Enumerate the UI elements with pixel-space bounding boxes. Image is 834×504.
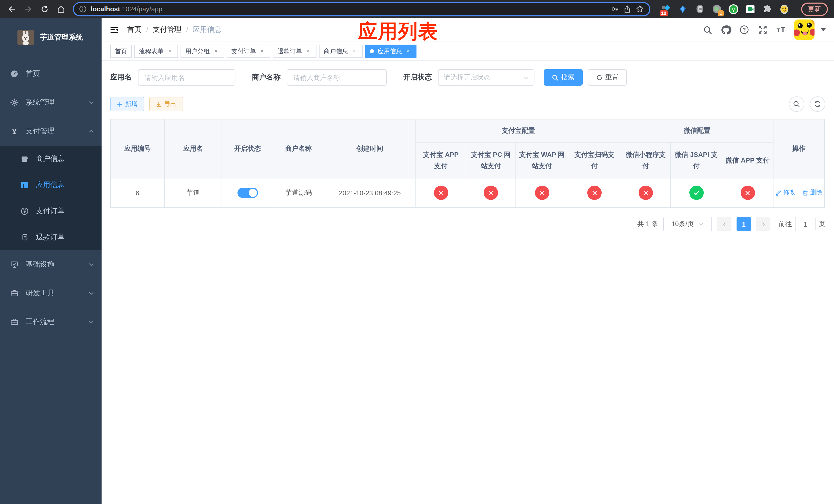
browser-update-button[interactable]: 更新 xyxy=(801,2,828,16)
tab-home[interactable]: 首页 xyxy=(110,45,132,58)
status-toggle[interactable] xyxy=(237,188,258,198)
add-button[interactable]: 新增 xyxy=(110,97,144,111)
breadcrumb: 首页 / 支付管理 / 应用信息 xyxy=(127,25,222,35)
browser-home-icon[interactable] xyxy=(54,2,68,16)
status-badge-alipay-app xyxy=(434,186,448,200)
browser-back-icon[interactable] xyxy=(5,2,19,16)
extension-gem-icon[interactable] xyxy=(678,4,688,14)
goto-page-input[interactable] xyxy=(795,217,815,231)
close-icon[interactable]: × xyxy=(405,48,412,55)
extension-chat-icon[interactable] xyxy=(745,4,755,14)
sidebar-item-system[interactable]: 系统管理 xyxy=(0,88,102,117)
app-name-input[interactable] xyxy=(138,69,236,86)
tab-process-form[interactable]: 流程表单× xyxy=(134,45,178,58)
fullscreen-icon[interactable] xyxy=(757,24,768,36)
column-header-app-id: 应用编号 xyxy=(111,119,164,178)
sidebar-item-infrastructure[interactable]: 基础设施 xyxy=(0,250,102,279)
chevron-up-icon xyxy=(88,128,94,134)
search-icon[interactable] xyxy=(702,24,713,36)
page-content: 应用名 商户名称 开启状态 请选择开启状态 xyxy=(102,61,834,504)
sidebar-item-refund-order[interactable]: 退款订单 xyxy=(0,224,102,250)
close-icon[interactable]: × xyxy=(212,48,220,55)
share-icon[interactable] xyxy=(623,5,631,13)
extension-avatar-icon[interactable]: 1 xyxy=(711,4,722,14)
svg-text:T: T xyxy=(781,25,785,34)
toolbox-icon xyxy=(10,318,19,326)
svg-text:¥: ¥ xyxy=(23,208,26,213)
extension-y-icon[interactable]: y xyxy=(728,4,739,14)
extension-squares-icon[interactable]: 10 xyxy=(661,4,671,14)
pagination: 共 1 条 10条/页 1 前往 页 xyxy=(110,217,825,231)
cell-app-id: 6 xyxy=(111,178,164,207)
chevron-right-icon xyxy=(761,221,766,227)
cell-created: 2021-10-23 08:49:25 xyxy=(324,178,416,207)
browser-forward-icon[interactable] xyxy=(22,2,35,16)
merchant-name-input[interactable] xyxy=(287,69,387,86)
github-icon[interactable] xyxy=(720,24,731,36)
url-text: localhost:1024/pay/app xyxy=(91,5,162,13)
group-header-alipay: 支付宝配置 xyxy=(416,119,621,142)
extension-emoji-icon[interactable] xyxy=(779,4,789,14)
column-header-alipay-pc: 支付宝 PC 网站支付 xyxy=(466,142,516,178)
sidebar-item-payment[interactable]: ¥ 支付管理 xyxy=(0,117,102,145)
tab-pay-order[interactable]: 支付订单× xyxy=(227,45,270,58)
user-avatar[interactable] xyxy=(794,20,814,40)
password-key-icon[interactable] xyxy=(610,5,619,13)
font-size-icon[interactable]: TT xyxy=(775,24,787,36)
tab-merchant-info[interactable]: 商户信息× xyxy=(319,45,363,58)
sidebar-fold-icon[interactable] xyxy=(108,23,121,37)
column-header-wechat-mini: 微信小程序支付 xyxy=(621,142,671,178)
url-bar[interactable]: localhost:1024/pay/app xyxy=(73,2,650,16)
close-icon[interactable]: × xyxy=(259,48,266,55)
page-number-button[interactable]: 1 xyxy=(737,217,751,231)
url-host: localhost xyxy=(91,5,120,13)
sidebar-item-dev-tools[interactable]: 研发工具 xyxy=(0,279,102,307)
sidebar-item-pay-order[interactable]: ¥ 支付订单 xyxy=(0,198,102,224)
sidebar-item-label: 支付订单 xyxy=(36,206,65,215)
tab-app-info[interactable]: 应用信息× xyxy=(365,45,416,58)
close-icon[interactable]: × xyxy=(305,48,312,55)
bookmark-star-icon[interactable] xyxy=(636,5,644,13)
chevron-left-icon xyxy=(721,221,727,227)
edit-link[interactable]: 修改 xyxy=(775,188,795,197)
shop-icon xyxy=(21,155,29,163)
yen-circle-icon: ¥ xyxy=(21,207,29,215)
refresh-icon xyxy=(814,100,821,108)
search-button[interactable]: 搜索 xyxy=(544,69,583,86)
cross-icon xyxy=(539,189,545,196)
site-info-icon[interactable] xyxy=(79,5,87,13)
prev-page-button[interactable] xyxy=(717,217,731,231)
delete-link[interactable]: 删除 xyxy=(803,188,822,197)
plus-icon xyxy=(117,101,123,107)
breadcrumb-payment[interactable]: 支付管理 xyxy=(153,25,181,35)
page-size-select[interactable]: 10条/页 xyxy=(663,217,712,231)
status-select[interactable]: 请选择开启状态 xyxy=(438,69,534,86)
status-badge-alipay-pc xyxy=(484,186,498,200)
help-icon[interactable]: ? xyxy=(739,24,750,36)
refresh-table-button[interactable] xyxy=(810,96,825,112)
breadcrumb-current: 应用信息 xyxy=(193,25,222,35)
svg-text:?: ? xyxy=(743,27,746,32)
sidebar-item-workflow[interactable]: 工作流程 xyxy=(0,307,102,336)
export-button[interactable]: 导出 xyxy=(149,97,183,111)
column-header-actions: 操作 xyxy=(773,119,825,178)
page-unit-label: 页 xyxy=(819,220,825,229)
sidebar-item-app-info[interactable]: 应用信息 xyxy=(0,172,102,198)
tab-refund-order[interactable]: 退款订单× xyxy=(273,45,316,58)
sidebar-item-merchant-info[interactable]: 商户信息 xyxy=(0,145,102,172)
chevron-down-icon[interactable] xyxy=(821,28,826,31)
sidebar-logo[interactable]: 芋道管理系统 xyxy=(0,18,102,56)
extension-command-icon[interactable] xyxy=(695,4,705,14)
breadcrumb-home[interactable]: 首页 xyxy=(127,25,141,35)
close-icon[interactable]: × xyxy=(166,48,173,55)
tab-user-group[interactable]: 用户分组× xyxy=(180,45,224,58)
toggle-search-button[interactable] xyxy=(789,96,804,112)
document-icon xyxy=(21,233,29,241)
next-page-button[interactable] xyxy=(756,217,770,231)
browser-refresh-icon[interactable] xyxy=(38,2,51,16)
sidebar-item-home[interactable]: 首页 xyxy=(0,60,102,88)
cross-icon xyxy=(642,189,649,196)
close-icon[interactable]: × xyxy=(351,48,358,55)
reset-button[interactable]: 重置 xyxy=(588,69,627,86)
extension-puzzle-icon[interactable] xyxy=(762,4,772,14)
